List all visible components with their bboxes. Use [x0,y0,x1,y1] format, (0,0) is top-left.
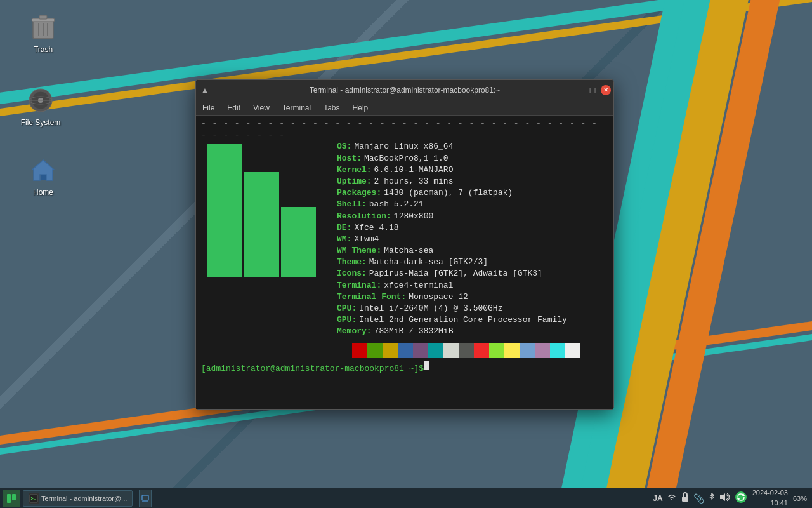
app-launcher-button[interactable] [3,490,20,507]
color-swatch-12 [520,343,535,358]
svg-rect-16 [142,495,148,500]
show-desktop-button[interactable] [139,490,152,507]
svg-marker-19 [720,493,725,501]
manjaro-update-tray-icon[interactable] [735,491,747,505]
color-swatch-15 [565,343,580,358]
neofetch-info-block: OS: Manjaro Linux x86_64 Host: MacBookPr… [334,141,608,360]
wifi-tray-icon[interactable] [667,492,677,504]
color-swatch-5 [413,343,428,358]
desktop-icon-trash[interactable]: Trash [18,10,69,57]
term-val-resolution: 812x508 [394,211,433,222]
term-val-theme: Matcha-dark-sea [GTK2/3] [369,257,488,268]
term-val-shell: bash 5.2.21 [369,199,424,210]
home-icon [28,155,58,185]
color-swatch-6 [428,343,443,358]
taskbar-datetime[interactable]: 2024-02-03 10:41 [752,488,788,508]
filesystem-icon [25,85,56,116]
term-val-uptime: 2 hours, 33 mins [374,176,454,187]
term-key-packages: Packages: [337,187,381,199]
term-val-host: MacBookPro8,1 1.0 [364,153,449,164]
menu-edit[interactable]: Edit [221,100,247,115]
term-line-cpu: CPU: Intel i7-2640M (4) @ 3.500GHz [337,303,608,314]
color-swatch-8 [459,343,474,358]
desktop-icon-filesystem[interactable]: File System [15,83,66,130]
color-swatch-10 [489,343,504,358]
lock-icon-svg [681,492,690,502]
term-line-shell: Shell: bash 5.2.21 [337,199,608,210]
term-line-de: DE: Xfce 4.18 [337,222,608,234]
term-val-wm: Xfwm4 [354,234,379,245]
titlebar-left: ▲ [201,86,211,95]
svg-rect-18 [682,497,688,502]
taskbar: Terminal - administrator@... JA [0,488,812,508]
terminal-window: ▲ Terminal - administrator@administrator… [195,79,614,410]
manjaro-launcher-icon [6,493,17,504]
terminal-title: Terminal - administrator@administrator-m… [310,86,501,95]
menu-help[interactable]: Help [346,100,375,115]
term-dashes: - - - - - - - - - - - - - - - - - - - - … [201,118,608,141]
volume-icon-svg [719,493,730,502]
vpn-tray-icon[interactable] [681,492,690,504]
volume-tray-icon[interactable] [719,493,730,504]
menu-file[interactable]: File [196,100,221,115]
term-val-termfont: Monospace 12 [409,291,468,303]
menu-tabs[interactable]: Tabs [317,100,346,115]
menu-terminal[interactable]: Terminal [276,100,317,115]
term-line-theme: Theme: Matcha-dark-sea [GTK2/3] [337,257,608,268]
maximize-button[interactable]: □ [586,83,599,97]
term-line-wm: WM: Xfwm4 [337,234,608,245]
svg-rect-12 [7,494,11,503]
terminal-menubar: File Edit View Terminal Tabs Help [196,100,613,116]
term-line-wmtheme: WM Theme: Matcha-sea [337,245,608,257]
close-button[interactable]: ✕ [601,85,611,95]
term-line-termfont: Terminal Font: Monospace 12 [337,291,608,303]
term-key-wm: WM: [337,234,351,245]
attach-tray-icon[interactable]: 📎 [693,493,704,504]
bluetooth-tray-icon[interactable] [708,492,716,504]
logo-bar-3 [281,207,316,277]
svg-rect-13 [12,494,16,500]
terminal-content[interactable]: - - - - - - - - - - - - - - - - - - - - … [196,116,613,409]
logo-bar-2 [244,172,279,277]
taskbar-terminal-app[interactable]: Terminal - administrator@... [23,490,133,507]
term-val-icons: Papirus-Maia [GTK2], Adwaita [GTK3] [369,268,542,279]
term-key-memory: Memory: [337,326,372,337]
neofetch-logo-block [201,141,334,360]
trash-label: Trash [34,45,53,54]
term-key-resolution: Resolution: [337,211,391,222]
term-line-os: OS: Manjaro Linux x86_64 [337,141,608,152]
trash-icon [28,12,58,43]
bluetooth-icon-svg [708,492,716,502]
term-val-gpu: Intel 2nd Generation Core Processor Fami… [359,314,567,326]
term-key-gpu: GPU: [337,314,357,326]
term-key-shell: Shell: [337,199,367,210]
term-key-os: OS: [337,141,351,152]
term-key-de: DE: [337,222,351,234]
term-key-icons: Icons: [337,268,367,279]
color-swatch-3 [383,343,398,358]
color-swatch-4 [398,343,413,358]
minimize-button[interactable]: – [570,83,584,97]
term-line-memory: Memory: 783MiB / 3832MiB [337,326,608,337]
svg-rect-11 [41,175,46,180]
term-prompt-line: [administrator@administrator-macbookpro8… [201,361,608,375]
term-key-termfont: Terminal Font: [337,291,406,303]
neofetch-area: OS: Manjaro Linux x86_64 Host: MacBookPr… [201,141,608,360]
color-swatch-1 [352,343,367,358]
logo-bar-1 [207,144,242,277]
term-val-os: Manjaro Linux x86_64 [354,141,453,152]
taskbar-terminal-icon [29,493,39,504]
systray: JA 📎 [653,492,729,504]
term-key-kernel: Kernel: [337,164,372,176]
term-val-cpu: Intel i7-2640M (4) @ 3.500GHz [359,303,502,314]
desktop-icon-home[interactable]: Home [18,152,69,199]
term-key-uptime: Uptime: [337,176,372,187]
term-val-packages: 1430 (pacman), 7 (flatpak) [384,187,513,199]
color-swatch-9 [474,343,489,358]
color-swatch-14 [550,343,565,358]
lang-indicator[interactable]: JA [653,494,662,503]
menu-view[interactable]: View [247,100,276,115]
term-line-uptime: Uptime: 2 hours, 33 mins [337,176,608,187]
expand-icon[interactable]: ▲ [201,86,209,95]
term-line-terminal: Terminal: xfce4-terminal [337,280,608,291]
